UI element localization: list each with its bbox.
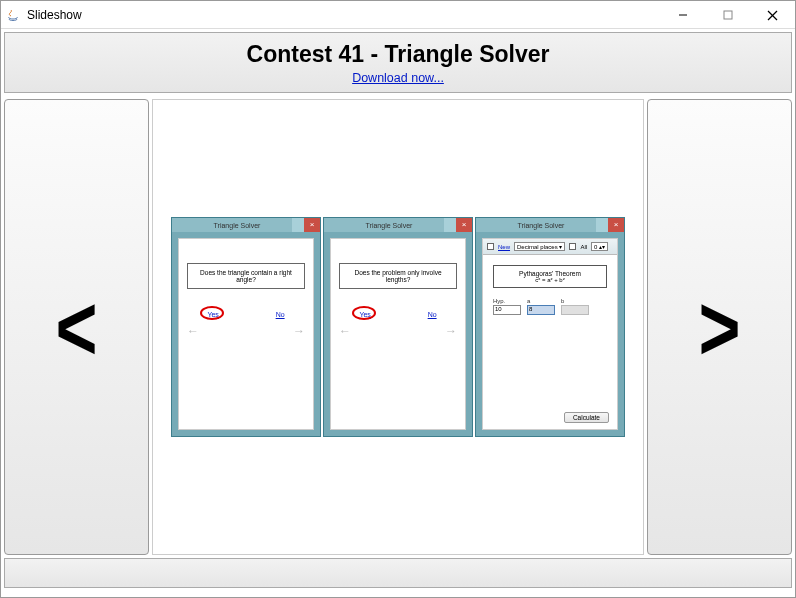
yes-no-row: Yes No xyxy=(179,311,313,318)
slide-viewport: Triangle Solver × Does the triangle cont… xyxy=(152,99,644,555)
slide-panel-2: Triangle Solver × Does the problem only … xyxy=(323,217,473,437)
hyp-label: Hyp. xyxy=(493,298,521,304)
close-button[interactable] xyxy=(750,1,795,29)
branch-arrows: ← → xyxy=(179,324,313,338)
panel-min-icon xyxy=(596,218,608,232)
branch-arrows: ← → xyxy=(331,324,465,338)
panel-title: Triangle Solver xyxy=(478,222,604,229)
highlight-circle-icon xyxy=(352,306,376,320)
decimals-spinner: 0 ▴▾ xyxy=(591,242,608,251)
all-label: All xyxy=(580,244,587,250)
panel-body: Does the triangle contain a right angle?… xyxy=(178,238,314,430)
form-toolbar: New Decimal places ▾ All 0 ▴▾ xyxy=(483,239,617,255)
no-link: No xyxy=(428,311,437,318)
question-text: Does the problem only involve lengths? xyxy=(339,263,457,289)
main-area: < Triangle Solver × Does the triangle co… xyxy=(1,96,795,558)
panel-titlebar: Triangle Solver × xyxy=(476,218,624,232)
calculate-button: Calculate xyxy=(564,412,609,423)
yes-link: Yes xyxy=(207,311,218,318)
chevron-right-icon: > xyxy=(698,274,740,381)
arrow-right-icon: → xyxy=(293,324,305,338)
new-link: New xyxy=(498,244,510,250)
footer-strip xyxy=(4,558,792,588)
a-col: a 8 xyxy=(527,298,555,315)
inputs-row: Hyp. 10 a 8 b xyxy=(493,298,607,315)
panel-titlebar: Triangle Solver × xyxy=(172,218,320,232)
highlight-circle-icon xyxy=(200,306,224,320)
decimals-dropdown: Decimal places ▾ xyxy=(514,242,565,251)
yes-no-row: Yes No xyxy=(331,311,465,318)
minimize-button[interactable] xyxy=(660,1,705,29)
arrow-left-icon: ← xyxy=(339,324,351,338)
panel-body: Does the problem only involve lengths? Y… xyxy=(330,238,466,430)
panel-min-icon xyxy=(292,218,304,232)
svg-rect-1 xyxy=(724,11,732,19)
a-label: a xyxy=(527,298,555,304)
b-label: b xyxy=(561,298,589,304)
panel-close-icon: × xyxy=(608,218,624,232)
yes-link: Yes xyxy=(359,311,370,318)
panel-body: New Decimal places ▾ All 0 ▴▾ Pythagoras… xyxy=(482,238,618,430)
java-icon xyxy=(5,7,21,23)
spinner-value: 0 xyxy=(594,244,597,250)
page-title: Contest 41 - Triangle Solver xyxy=(5,41,791,68)
next-button[interactable]: > xyxy=(647,99,792,555)
window-title: Slideshow xyxy=(27,8,82,22)
no-link: No xyxy=(276,311,285,318)
window-controls xyxy=(660,1,795,29)
decimals-label: Decimal places xyxy=(517,244,558,250)
chevron-left-icon: < xyxy=(55,274,97,381)
panel-title: Triangle Solver xyxy=(326,222,452,229)
new-checkbox xyxy=(487,243,494,250)
question-text: Does the triangle contain a right angle? xyxy=(187,263,305,289)
arrow-right-icon: → xyxy=(445,324,457,338)
theorem-title: Pythagoras' Theorem xyxy=(498,270,602,277)
b-input xyxy=(561,305,589,315)
a-input: 8 xyxy=(527,305,555,315)
panel-close-icon: × xyxy=(304,218,320,232)
arrow-left-icon: ← xyxy=(187,324,199,338)
prev-button[interactable]: < xyxy=(4,99,149,555)
slide-panel-3: Triangle Solver × New Decimal places ▾ A… xyxy=(475,217,625,437)
panel-title: Triangle Solver xyxy=(174,222,300,229)
panel-close-icon: × xyxy=(456,218,472,232)
titlebar: Slideshow xyxy=(1,1,795,29)
maximize-button[interactable] xyxy=(705,1,750,29)
b-col: b xyxy=(561,298,589,315)
theorem-formula: c² = a² + b² xyxy=(498,277,602,283)
app-window: Slideshow Contest 41 - Triangle Solver D… xyxy=(0,0,796,598)
hyp-input: 10 xyxy=(493,305,521,315)
download-link[interactable]: Download now... xyxy=(352,71,444,85)
theorem-box: Pythagoras' Theorem c² = a² + b² xyxy=(493,265,607,288)
slide-content: Triangle Solver × Does the triangle cont… xyxy=(171,217,625,437)
slide-panel-1: Triangle Solver × Does the triangle cont… xyxy=(171,217,321,437)
all-checkbox xyxy=(569,243,576,250)
hyp-col: Hyp. 10 xyxy=(493,298,521,315)
panel-min-icon xyxy=(444,218,456,232)
header-strip: Contest 41 - Triangle Solver Download no… xyxy=(4,32,792,93)
panel-titlebar: Triangle Solver × xyxy=(324,218,472,232)
